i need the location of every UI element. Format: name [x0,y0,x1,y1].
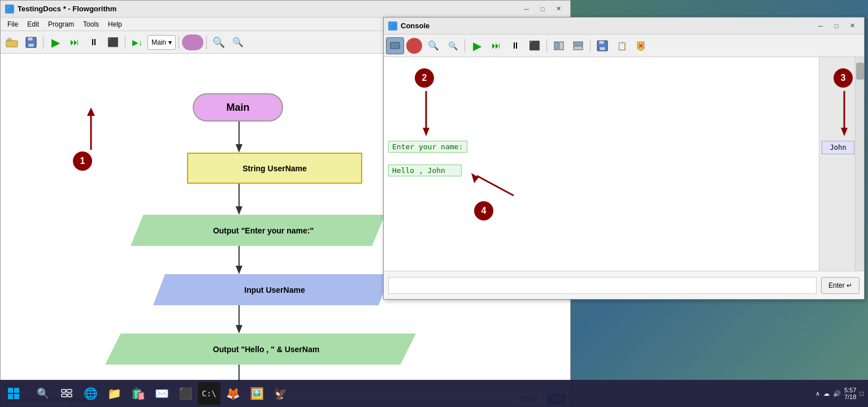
svg-rect-18 [554,42,558,50]
console-scrollbar[interactable] [855,57,864,271]
shapes-button[interactable] [182,34,203,50]
taskbar-edge[interactable]: 🌐 [79,382,102,405]
console-maximize[interactable]: □ [829,20,844,32]
taskbar-terminal[interactable]: C:\ [198,382,220,405]
console-window: 🔷 Console ─ □ ✕ 🔍 🔍 ▶ ⏭ ⏸ ⬛ [383,17,865,300]
svg-rect-2 [28,37,33,41]
taskbar-notification[interactable]: □ [860,390,863,397]
open-button[interactable] [3,34,21,51]
svg-marker-31 [471,173,479,183]
console-oval-btn[interactable] [406,38,422,54]
function-dropdown[interactable]: Main ▾ [147,35,176,50]
console-stop-btn[interactable]: ⬛ [526,37,544,54]
stop-button[interactable]: ⬛ [104,34,122,51]
taskbar-search[interactable]: 🔍 [32,382,54,405]
taskbar-office[interactable]: ⬛ [174,382,197,405]
annotation-2: 2 [415,68,434,88]
svg-marker-13 [236,325,242,334]
run-button[interactable]: ▶ [46,34,64,51]
main-title-bar: 🔷 TestingDocs * - Flowgorithm ─ □ ✕ [1,1,570,18]
john-value: John [822,141,854,154]
taskbar-right: ∧ ☁ 🔊 5:57 7/18 □ [811,387,868,400]
taskbar-mail[interactable]: ✉️ [150,382,173,405]
toolbar-sep-2 [125,36,125,49]
menu-program[interactable]: Program [44,19,79,29]
output1-block: Output "Enter your name:" [131,215,385,246]
svg-rect-0 [6,41,18,47]
annotation-4: 4 [474,201,493,220]
console-input-area: Enter ↵ [384,271,864,299]
taskbar-taskview[interactable] [55,382,78,405]
console-layout2-btn[interactable] [569,37,587,54]
annotation-3-arrow [840,91,848,136]
fc-arrow-3 [235,246,243,274]
svg-rect-35 [14,388,19,393]
toolbar-sep-1 [43,36,44,49]
console-minimize[interactable]: ─ [813,20,828,32]
console-controls: ─ □ ✕ [813,20,860,32]
console-input-field[interactable] [388,277,817,294]
taskbar: 🔍 🌐 📁 🛍️ ✉️ ⬛ C:\ 🦊 🖼️ 🦅 ∧ ☁ 🔊 5:57 7/18… [0,380,868,407]
console-layout1-btn[interactable] [550,37,568,54]
menu-edit[interactable]: Edit [23,19,44,29]
toolbar-sep-4 [206,36,207,49]
console-line-1: Enter your name: [388,141,467,153]
close-button[interactable]: ✕ [551,3,566,15]
menu-help[interactable]: Help [103,19,127,29]
svg-rect-38 [62,389,66,392]
save-button[interactable] [22,34,40,51]
maximize-button[interactable]: □ [535,3,550,15]
step-button[interactable]: ⏭ [66,34,84,51]
fc-arrow-4 [235,305,243,334]
svg-rect-21 [574,46,583,50]
taskbar-sound[interactable]: 🔊 [833,390,841,397]
console-toolbar: 🔍 🔍 ▶ ⏭ ⏸ ⬛ 📋 [384,34,864,57]
zoom-out-button[interactable]: 🔍 [229,34,247,51]
menu-tools[interactable]: Tools [79,19,103,29]
svg-rect-39 [67,389,72,392]
svg-line-30 [477,176,514,196]
pause-button[interactable]: ⏸ [85,34,103,51]
minimize-button[interactable]: ─ [519,3,534,15]
taskbar-firefox[interactable]: 🦊 [222,382,244,405]
step-into-button[interactable]: ▶↓ [128,34,146,51]
toolbar-sep-3 [179,36,179,49]
svg-marker-9 [236,206,242,215]
svg-marker-7 [236,144,242,153]
svg-rect-41 [68,394,72,397]
taskbar-app2[interactable]: 🖼️ [245,382,268,405]
zoom-in-button[interactable]: 🔍 [210,34,228,51]
console-icon: 🔷 [388,21,397,31]
console-copy-btn[interactable]: 📋 [613,37,631,54]
console-title-text: Console [401,21,429,30]
taskbar-store[interactable]: 🛍️ [127,382,149,405]
console-sep-1 [465,39,465,53]
console-zoom-out[interactable]: 🔍 [444,37,462,54]
annotation-1: 1 [73,151,92,171]
taskbar-bird[interactable]: 🦅 [269,382,292,405]
start-button[interactable] [0,380,27,407]
console-step-btn[interactable]: ⏭ [487,37,505,54]
taskbar-chevron-up[interactable]: ∧ [815,390,820,397]
menu-file[interactable]: File [3,19,23,29]
console-enter-button[interactable]: Enter ↵ [821,277,860,294]
title-controls: ─ □ ✕ [519,3,566,15]
console-line-2: Hello , John [388,164,462,176]
console-sep-2 [546,39,547,53]
console-clear-btn[interactable] [632,37,650,54]
console-close[interactable]: ✕ [845,20,860,32]
console-sep-3 [590,39,591,53]
console-scroll-thumb[interactable] [856,63,864,80]
console-screen-btn[interactable] [386,37,404,54]
console-save-btn[interactable] [593,37,611,54]
main-oval: Main [193,93,283,122]
taskbar-network: ☁ [823,390,830,397]
svg-rect-20 [574,42,583,45]
console-run-btn[interactable]: ▶ [468,37,486,54]
console-pause-btn[interactable]: ⏸ [506,37,524,54]
taskbar-explorer[interactable]: 📁 [103,382,125,405]
svg-marker-5 [87,107,95,116]
annotation-2-arrow [422,91,430,136]
console-zoom-in[interactable]: 🔍 [424,37,442,54]
main-window-title: TestingDocs * - Flowgorithm [18,5,116,13]
